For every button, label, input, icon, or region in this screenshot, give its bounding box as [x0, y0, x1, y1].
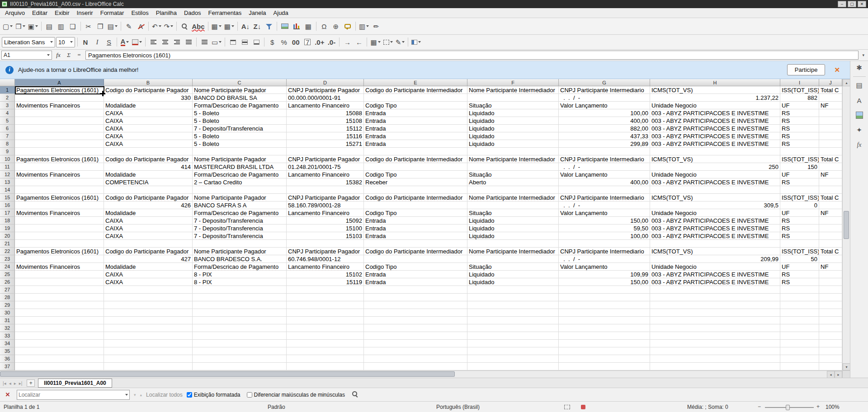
cell-F33[interactable]: [467, 332, 559, 340]
cell-C24[interactable]: Forma/Descricao de Pagamento: [193, 263, 287, 271]
print-icon[interactable]: ▥: [56, 20, 66, 32]
cell-I26[interactable]: RS: [780, 278, 819, 286]
cell-G18[interactable]: 150,00: [559, 217, 650, 225]
paste-dropdown-icon[interactable]: [115, 25, 118, 27]
cell-I9[interactable]: [780, 148, 819, 155]
insert-chart-icon[interactable]: [291, 20, 302, 32]
cell-G15[interactable]: CNPJ Participante Intermediario: [559, 194, 650, 201]
cell-H1[interactable]: ICMS(TOT_VS): [650, 86, 780, 94]
cell-E36[interactable]: [364, 355, 467, 363]
cell-I7[interactable]: RS: [780, 132, 819, 140]
cell-I32[interactable]: [780, 324, 819, 332]
cell-A28[interactable]: [15, 294, 104, 301]
cell-H5[interactable]: 003 - ABYZ PARTICIPACOES E INVESTIME: [650, 117, 780, 125]
cell-E24[interactable]: Codigo Tipo: [364, 263, 467, 271]
cell-C34[interactable]: [193, 340, 287, 347]
cell-D12[interactable]: Lancamento Financeiro: [287, 171, 364, 178]
cell-B25[interactable]: CAIXA: [104, 271, 193, 278]
row-header-27[interactable]: 27: [0, 286, 15, 294]
cell-J4[interactable]: [819, 109, 842, 117]
cell-H18[interactable]: 003 - ABYZ PARTICIPACOES E INVESTIME: [650, 217, 780, 225]
format-number-icon[interactable]: 00: [290, 36, 301, 48]
cell-J21[interactable]: [819, 240, 842, 248]
row-header-32[interactable]: 32: [0, 324, 15, 332]
cell-J10[interactable]: Total C: [819, 155, 842, 163]
cell-A4[interactable]: [15, 109, 104, 117]
cell-C26[interactable]: 8 - PIX: [193, 278, 287, 286]
cell-G9[interactable]: [559, 148, 650, 155]
cell-C19[interactable]: 7 - Deposito/Transferencia: [193, 225, 287, 232]
cell-J15[interactable]: Total C: [819, 194, 842, 201]
cell-B5[interactable]: CAIXA: [104, 117, 193, 125]
new-document-icon[interactable]: ▢: [2, 20, 14, 32]
cell-F32[interactable]: [467, 324, 559, 332]
cell-G13[interactable]: 400,00: [559, 178, 650, 186]
previous-sheet-icon[interactable]: ◂: [8, 381, 13, 386]
format-percent-icon[interactable]: %: [278, 36, 289, 48]
show-draw-functions-icon[interactable]: ✏: [371, 20, 382, 32]
cell-J20[interactable]: [819, 232, 842, 240]
cell-D25[interactable]: 15102: [287, 271, 364, 278]
cell-I31[interactable]: [780, 317, 819, 324]
cell-C3[interactable]: Forma/Descricao de Pagamento: [193, 102, 287, 109]
cell-D18[interactable]: 15092: [287, 217, 364, 225]
cell-F29[interactable]: [467, 301, 559, 309]
cell-G17[interactable]: Valor Lançamento: [559, 209, 650, 217]
cell-B6[interactable]: CAIXA: [104, 125, 193, 132]
cell-C9[interactable]: [193, 148, 287, 155]
cell-D6[interactable]: 15112: [287, 125, 364, 132]
cell-F11[interactable]: [467, 163, 559, 171]
cell-H16[interactable]: 309,5: [650, 201, 780, 209]
cell-J16[interactable]: [819, 201, 842, 209]
border-style-dropdown-icon[interactable]: [390, 41, 393, 43]
row-header-10[interactable]: 10: [0, 155, 15, 163]
input-line[interactable]: Pagamentos Eletronicos (1601): [85, 51, 859, 60]
cell-A25[interactable]: [15, 271, 104, 278]
cell-C29[interactable]: [193, 301, 287, 309]
find-option-checkbox[interactable]: [187, 392, 192, 398]
cell-I35[interactable]: [780, 347, 819, 355]
cell-D3[interactable]: Lancamento Financeiro: [287, 102, 364, 109]
font-name-combo[interactable]: Liberation Sans: [2, 37, 55, 47]
center-vertically-icon[interactable]: [239, 36, 250, 48]
row-header-24[interactable]: 24: [0, 263, 15, 271]
column-header-I[interactable]: I: [780, 79, 819, 86]
insert-columns-icon[interactable]: ▦: [223, 20, 235, 32]
scroll-down-icon[interactable]: ▾: [843, 363, 850, 370]
cell-D1[interactable]: CNPJ Participante Pagador: [287, 86, 364, 94]
increase-indent-icon[interactable]: →: [342, 36, 353, 48]
cell-I11[interactable]: 150: [780, 163, 819, 171]
cell-D22[interactable]: CNPJ Participante Pagador: [287, 248, 364, 255]
last-sheet-icon[interactable]: ▸|: [18, 381, 24, 386]
row-header-19[interactable]: 19: [0, 225, 15, 232]
name-box[interactable]: A1: [1, 51, 52, 60]
cell-I10[interactable]: ISS(TOT_ISS): [780, 155, 819, 163]
cell-H9[interactable]: [650, 148, 780, 155]
cell-F25[interactable]: Liquidado: [467, 271, 559, 278]
row-header-14[interactable]: 14: [0, 186, 15, 194]
cell-D36[interactable]: [287, 355, 364, 363]
cell-D21[interactable]: [287, 240, 364, 248]
cell-H17[interactable]: Unidade Negocio: [650, 209, 780, 217]
merge-cells-dropdown-icon[interactable]: [219, 41, 222, 43]
cell-C1[interactable]: Nome Participante Pagador: [193, 86, 287, 94]
borders-dropdown-icon[interactable]: [378, 41, 381, 43]
borders-icon[interactable]: ▦: [369, 36, 381, 48]
sort-ascending-icon[interactable]: A↓: [240, 20, 251, 32]
cell-A23[interactable]: [15, 255, 104, 263]
cell-H2[interactable]: 1.237,22: [650, 94, 780, 102]
cell-H7[interactable]: 003 - ABYZ PARTICIPACOES E INVESTIME: [650, 132, 780, 140]
row-header-29[interactable]: 29: [0, 301, 15, 309]
row-header-37[interactable]: 37: [0, 363, 15, 370]
cell-G37[interactable]: [559, 363, 650, 370]
find-all-button[interactable]: Localizar todos: [146, 392, 183, 398]
add-decimal-icon[interactable]: .0+: [314, 36, 325, 48]
cell-C18[interactable]: 7 - Deposito/Transferencia: [193, 217, 287, 225]
cell-F24[interactable]: Situação: [467, 263, 559, 271]
cell-I4[interactable]: RS: [780, 109, 819, 117]
cell-J2[interactable]: [819, 94, 842, 102]
cell-G10[interactable]: CNPJ Participante Intermediario: [559, 155, 650, 163]
cell-E18[interactable]: Entrada: [364, 217, 467, 225]
row-header-33[interactable]: 33: [0, 332, 15, 340]
row-header-12[interactable]: 12: [0, 171, 15, 178]
